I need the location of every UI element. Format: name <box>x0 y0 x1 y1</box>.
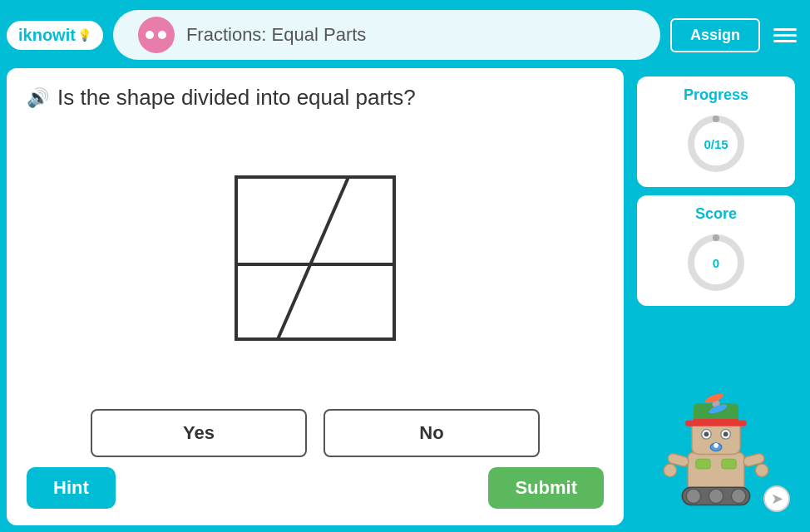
svg-point-14 <box>704 431 709 436</box>
dot2 <box>158 31 166 39</box>
question-panel: 🔊 Is the shape divided into equal parts?… <box>7 68 624 525</box>
menu-bar-1 <box>773 28 797 31</box>
svg-rect-7 <box>688 453 744 490</box>
svg-rect-8 <box>696 459 710 469</box>
svg-rect-20 <box>694 419 738 424</box>
menu-button[interactable] <box>767 25 803 46</box>
score-value: 0 <box>713 256 719 270</box>
yes-button[interactable]: Yes <box>91 409 307 457</box>
sound-icon[interactable]: 🔊 <box>27 87 49 109</box>
svg-point-26 <box>664 464 676 476</box>
header: iknowit 💡 Fractions: Equal Parts Assign <box>7 7 803 63</box>
score-section: Score 0 <box>637 195 795 306</box>
svg-point-15 <box>724 431 729 436</box>
robot-area: ➤ <box>637 314 795 517</box>
svg-point-27 <box>755 464 768 476</box>
svg-point-17 <box>714 443 719 448</box>
progress-label: Progress <box>684 86 748 104</box>
page-title: Fractions: Equal Parts <box>186 24 366 46</box>
title-icon <box>138 17 175 53</box>
score-label: Score <box>695 205 737 223</box>
svg-rect-0 <box>236 177 394 339</box>
main-area: 🔊 Is the shape divided into equal parts?… <box>7 68 803 525</box>
assign-button[interactable]: Assign <box>670 18 760 52</box>
nav-arrow-button[interactable]: ➤ <box>763 485 790 512</box>
submit-button[interactable]: Submit <box>488 467 604 509</box>
title-icon-dots <box>146 31 166 39</box>
progress-value: 0/15 <box>704 137 728 151</box>
nav-arrow-icon: ➤ <box>771 490 783 508</box>
right-sidebar: Progress 0/15 Score 0 <box>629 68 803 525</box>
progress-section: Progress 0/15 <box>637 76 795 187</box>
header-actions: Assign <box>670 18 803 52</box>
hint-button[interactable]: Hint <box>27 467 116 509</box>
svg-point-30 <box>709 489 723 503</box>
svg-rect-9 <box>722 459 736 469</box>
menu-bar-2 <box>773 34 797 37</box>
question-row: 🔊 Is the shape divided into equal parts? <box>27 85 604 111</box>
logo-text: iknowit <box>18 26 76 45</box>
title-area: Fractions: Equal Parts <box>113 10 660 60</box>
shape-area <box>27 124 604 396</box>
answer-buttons: Yes No <box>27 409 604 457</box>
robot-illustration <box>649 392 783 517</box>
shape-diagram <box>220 169 411 352</box>
bottom-buttons: Hint Submit <box>27 467 604 509</box>
question-text: Is the shape divided into equal parts? <box>57 85 416 111</box>
logo: iknowit 💡 <box>7 21 103 50</box>
no-button[interactable]: No <box>324 409 540 457</box>
logo-bulb-icon: 💡 <box>77 28 91 42</box>
svg-point-29 <box>686 489 700 503</box>
progress-ring: 0/15 <box>683 111 749 177</box>
svg-point-31 <box>731 489 745 503</box>
app-container: iknowit 💡 Fractions: Equal Parts Assign <box>0 0 810 532</box>
menu-bar-3 <box>773 40 797 42</box>
dot1 <box>146 31 154 39</box>
score-ring: 0 <box>683 229 749 296</box>
